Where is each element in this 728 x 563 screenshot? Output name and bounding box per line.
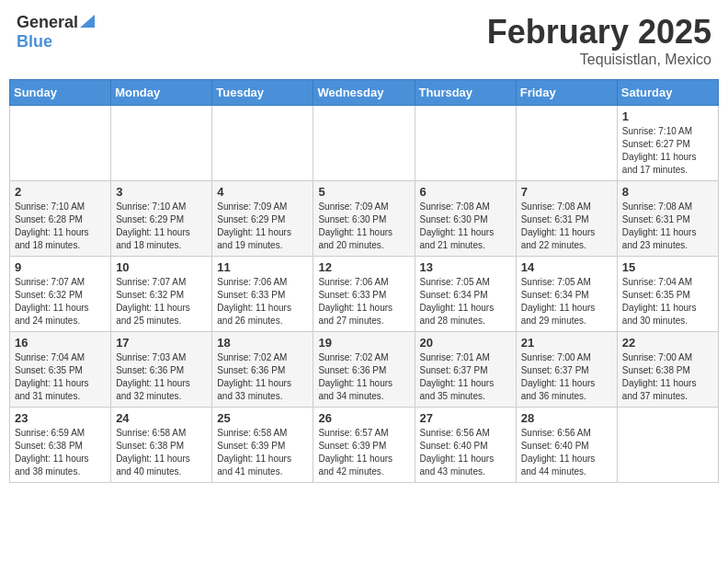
day-info: Sunrise: 7:01 AMSunset: 6:37 PMDaylight:… — [420, 351, 511, 403]
day-number: 25 — [217, 411, 308, 425]
calendar-week-row: 23Sunrise: 6:59 AMSunset: 6:38 PMDayligh… — [10, 408, 719, 483]
location-subtitle: Tequisistlan, Mexico — [487, 52, 711, 68]
calendar-week-row: 1Sunrise: 7:10 AMSunset: 6:27 PMDaylight… — [10, 106, 719, 181]
day-info: Sunrise: 7:09 AMSunset: 6:29 PMDaylight:… — [217, 201, 308, 252]
day-info: Sunrise: 7:04 AMSunset: 6:35 PMDaylight:… — [15, 351, 106, 403]
day-of-week-header: Monday — [111, 80, 212, 106]
day-number: 26 — [318, 411, 409, 425]
day-info: Sunrise: 7:10 AMSunset: 6:27 PMDaylight:… — [622, 125, 713, 177]
calendar-day-cell: 28Sunrise: 6:56 AMSunset: 6:40 PMDayligh… — [516, 408, 617, 483]
day-number: 14 — [521, 260, 612, 274]
calendar-day-cell: 26Sunrise: 6:57 AMSunset: 6:39 PMDayligh… — [313, 408, 415, 483]
day-info: Sunrise: 7:06 AMSunset: 6:33 PMDaylight:… — [318, 276, 409, 327]
day-info: Sunrise: 7:05 AMSunset: 6:34 PMDaylight:… — [420, 276, 511, 327]
calendar-day-cell: 9Sunrise: 7:07 AMSunset: 6:32 PMDaylight… — [10, 257, 111, 332]
calendar-day-cell — [617, 408, 718, 483]
day-number: 12 — [318, 260, 409, 274]
calendar-table: SundayMondayTuesdayWednesdayThursdayFrid… — [9, 79, 719, 483]
day-info: Sunrise: 7:07 AMSunset: 6:32 PMDaylight:… — [116, 276, 207, 327]
title-block: February 2025 Tequisistlan, Mexico — [487, 13, 711, 68]
day-info: Sunrise: 7:02 AMSunset: 6:36 PMDaylight:… — [318, 351, 409, 403]
calendar-day-cell: 20Sunrise: 7:01 AMSunset: 6:37 PMDayligh… — [415, 332, 516, 408]
calendar-day-cell: 10Sunrise: 7:07 AMSunset: 6:32 PMDayligh… — [111, 257, 212, 332]
day-info: Sunrise: 7:03 AMSunset: 6:36 PMDaylight:… — [116, 351, 207, 403]
day-number: 18 — [217, 336, 308, 350]
calendar-day-cell — [415, 106, 516, 181]
calendar-day-cell — [10, 106, 111, 181]
day-info: Sunrise: 6:56 AMSunset: 6:40 PMDaylight:… — [521, 427, 612, 478]
day-info: Sunrise: 7:06 AMSunset: 6:33 PMDaylight:… — [217, 276, 308, 327]
day-info: Sunrise: 6:59 AMSunset: 6:38 PMDaylight:… — [15, 427, 106, 478]
calendar-day-cell: 17Sunrise: 7:03 AMSunset: 6:36 PMDayligh… — [111, 332, 212, 408]
calendar-day-cell — [111, 106, 212, 181]
calendar-day-cell: 18Sunrise: 7:02 AMSunset: 6:36 PMDayligh… — [212, 332, 313, 408]
calendar-day-cell: 11Sunrise: 7:06 AMSunset: 6:33 PMDayligh… — [212, 257, 313, 332]
day-of-week-header: Thursday — [415, 80, 516, 106]
day-of-week-header: Friday — [516, 80, 617, 106]
day-number: 9 — [15, 260, 106, 274]
day-info: Sunrise: 7:00 AMSunset: 6:37 PMDaylight:… — [521, 351, 612, 403]
day-number: 27 — [420, 411, 511, 425]
day-number: 11 — [217, 260, 308, 274]
day-info: Sunrise: 6:56 AMSunset: 6:40 PMDaylight:… — [420, 427, 511, 478]
calendar-day-cell: 14Sunrise: 7:05 AMSunset: 6:34 PMDayligh… — [516, 257, 617, 332]
calendar-day-cell: 6Sunrise: 7:08 AMSunset: 6:30 PMDaylight… — [415, 181, 516, 257]
logo-general: General — [17, 13, 78, 32]
day-number: 16 — [15, 336, 106, 350]
day-info: Sunrise: 7:09 AMSunset: 6:30 PMDaylight:… — [318, 201, 409, 252]
day-number: 10 — [116, 260, 207, 274]
day-of-week-header: Sunday — [10, 80, 111, 106]
day-of-week-header: Saturday — [617, 80, 718, 106]
day-info: Sunrise: 7:10 AMSunset: 6:28 PMDaylight:… — [15, 201, 106, 252]
day-info: Sunrise: 7:07 AMSunset: 6:32 PMDaylight:… — [15, 276, 106, 327]
day-info: Sunrise: 6:58 AMSunset: 6:38 PMDaylight:… — [116, 427, 207, 478]
calendar-day-cell: 4Sunrise: 7:09 AMSunset: 6:29 PMDaylight… — [212, 181, 313, 257]
calendar-day-cell: 7Sunrise: 7:08 AMSunset: 6:31 PMDaylight… — [516, 181, 617, 257]
day-number: 15 — [622, 260, 713, 274]
logo-triangle-icon — [80, 15, 95, 28]
calendar-day-cell: 24Sunrise: 6:58 AMSunset: 6:38 PMDayligh… — [111, 408, 212, 483]
page-header: General Blue February 2025 Tequisistlan,… — [9, 9, 719, 72]
day-number: 4 — [217, 185, 308, 199]
day-number: 17 — [116, 336, 207, 350]
day-number: 6 — [420, 185, 511, 199]
day-of-week-header: Wednesday — [313, 80, 415, 106]
calendar-day-cell — [212, 106, 313, 181]
calendar-day-cell: 13Sunrise: 7:05 AMSunset: 6:34 PMDayligh… — [415, 257, 516, 332]
day-info: Sunrise: 6:58 AMSunset: 6:39 PMDaylight:… — [217, 427, 308, 478]
day-number: 22 — [622, 336, 713, 350]
calendar-week-row: 16Sunrise: 7:04 AMSunset: 6:35 PMDayligh… — [10, 332, 719, 408]
calendar-day-cell: 2Sunrise: 7:10 AMSunset: 6:28 PMDaylight… — [10, 181, 111, 257]
day-number: 5 — [318, 185, 409, 199]
calendar-header-row: SundayMondayTuesdayWednesdayThursdayFrid… — [10, 80, 719, 106]
day-info: Sunrise: 7:08 AMSunset: 6:31 PMDaylight:… — [622, 201, 713, 252]
calendar-week-row: 9Sunrise: 7:07 AMSunset: 6:32 PMDaylight… — [10, 257, 719, 332]
day-info: Sunrise: 7:10 AMSunset: 6:29 PMDaylight:… — [116, 201, 207, 252]
day-number: 2 — [15, 185, 106, 199]
day-number: 19 — [318, 336, 409, 350]
month-year-title: February 2025 — [487, 13, 711, 52]
day-number: 7 — [521, 185, 612, 199]
day-of-week-header: Tuesday — [212, 80, 313, 106]
day-number: 13 — [420, 260, 511, 274]
logo: General Blue — [17, 13, 95, 52]
logo-blue: Blue — [17, 32, 52, 51]
day-number: 1 — [622, 109, 713, 123]
calendar-day-cell: 16Sunrise: 7:04 AMSunset: 6:35 PMDayligh… — [10, 332, 111, 408]
calendar-day-cell: 1Sunrise: 7:10 AMSunset: 6:27 PMDaylight… — [617, 106, 718, 181]
calendar-day-cell — [313, 106, 415, 181]
day-number: 21 — [521, 336, 612, 350]
day-info: Sunrise: 7:05 AMSunset: 6:34 PMDaylight:… — [521, 276, 612, 327]
day-number: 23 — [15, 411, 106, 425]
calendar-day-cell: 8Sunrise: 7:08 AMSunset: 6:31 PMDaylight… — [617, 181, 718, 257]
day-info: Sunrise: 7:04 AMSunset: 6:35 PMDaylight:… — [622, 276, 713, 327]
calendar-day-cell: 22Sunrise: 7:00 AMSunset: 6:38 PMDayligh… — [617, 332, 718, 408]
day-info: Sunrise: 7:00 AMSunset: 6:38 PMDaylight:… — [622, 351, 713, 403]
day-info: Sunrise: 6:57 AMSunset: 6:39 PMDaylight:… — [318, 427, 409, 478]
calendar-day-cell — [516, 106, 617, 181]
day-number: 20 — [420, 336, 511, 350]
day-number: 28 — [521, 411, 612, 425]
day-info: Sunrise: 7:08 AMSunset: 6:30 PMDaylight:… — [420, 201, 511, 252]
day-number: 3 — [116, 185, 207, 199]
calendar-day-cell: 23Sunrise: 6:59 AMSunset: 6:38 PMDayligh… — [10, 408, 111, 483]
